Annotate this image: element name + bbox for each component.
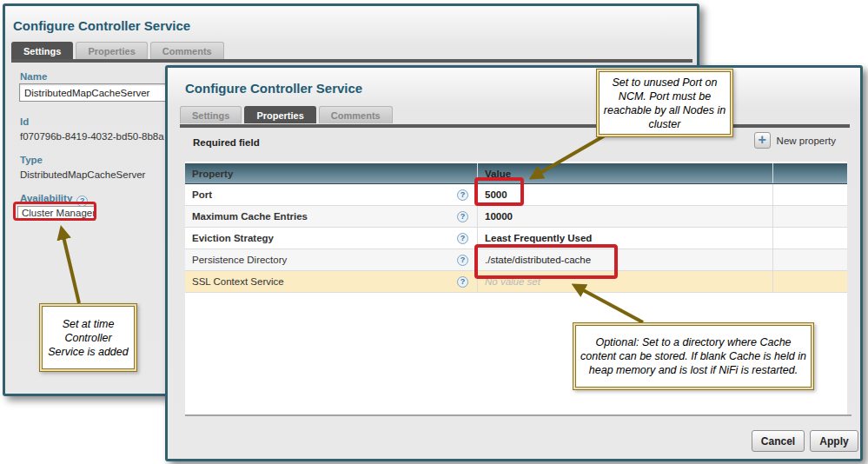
id-label: Id <box>20 116 29 127</box>
properties-table: Property Value Port ? 5000 Maximum Cache… <box>185 163 847 293</box>
table-row-maximum-cache-entries: Maximum Cache Entries ? 10000 <box>185 206 847 228</box>
tab-bar: Settings Properties Comments <box>11 42 224 59</box>
type-label: Type <box>20 155 43 165</box>
required-field-label: Required field <box>193 137 260 148</box>
type-value: DistributedMapCacheServer <box>20 169 145 180</box>
availability-label: Availability? <box>20 193 88 207</box>
tab-underline <box>11 59 692 63</box>
tab-comments[interactable]: Comments <box>150 42 224 59</box>
tab-properties[interactable]: Properties <box>76 42 147 59</box>
dialog-title: Configure Controller Service <box>13 18 190 33</box>
property-value[interactable]: No value set <box>478 271 773 292</box>
value-column-header: Value <box>478 163 773 183</box>
callout-persistence-note: Optional: Set to a directory where Cache… <box>573 322 814 390</box>
help-icon[interactable]: ? <box>457 211 468 222</box>
apply-button[interactable]: Apply <box>810 430 858 452</box>
property-name: Port <box>192 184 212 205</box>
plus-icon[interactable]: + <box>754 132 771 149</box>
tab-settings[interactable]: Settings <box>180 106 242 123</box>
callout-port-note: Set to unused Port on NCM. Port must be … <box>596 69 733 137</box>
new-property-label: New property <box>777 136 836 146</box>
table-row-port: Port ? 5000 <box>185 184 847 206</box>
id-value: f070796b-8419-4032-bd50-8b8a <box>20 131 164 142</box>
tab-settings[interactable]: Settings <box>11 42 73 59</box>
name-label: Name <box>20 71 47 82</box>
tab-properties[interactable]: Properties <box>244 106 315 123</box>
help-icon[interactable]: ? <box>457 233 468 244</box>
property-name: SSL Context Service <box>192 271 284 292</box>
help-icon[interactable]: ? <box>457 255 468 266</box>
property-value[interactable]: 10000 <box>478 206 773 227</box>
tab-underline <box>180 124 850 128</box>
property-value[interactable]: 5000 <box>478 184 773 205</box>
configure-controller-service-dialog-properties: Configure Controller Service Settings Pr… <box>165 65 863 461</box>
table-row-eviction-strategy: Eviction Strategy ? Least Frequently Use… <box>185 228 847 249</box>
help-icon[interactable]: ? <box>457 189 468 201</box>
callout-availability-note: Set at time Controller Service is added <box>39 303 137 372</box>
help-icon[interactable]: ? <box>457 276 468 288</box>
property-column-header: Property <box>185 163 478 183</box>
dialog-title: Configure Controller Service <box>185 81 362 96</box>
availability-value: Cluster Manager <box>17 206 96 221</box>
tab-comments[interactable]: Comments <box>319 106 393 123</box>
table-row-persistence-directory: Persistence Directory ? ./state/distribu… <box>185 249 847 271</box>
tab-bar: Settings Properties Comments <box>180 106 393 123</box>
property-value[interactable]: ./state/distributed-cache <box>478 249 773 270</box>
property-name: Persistence Directory <box>192 249 287 270</box>
table-header-row: Property Value <box>185 163 847 184</box>
property-name: Eviction Strategy <box>192 228 274 249</box>
property-name: Maximum Cache Entries <box>192 206 308 227</box>
cancel-button[interactable]: Cancel <box>752 430 805 452</box>
new-property-button[interactable]: + New property <box>754 132 836 149</box>
property-value[interactable]: Least Frequently Used <box>478 228 773 249</box>
table-row-ssl-context-service: SSL Context Service ? No value set <box>185 271 847 293</box>
footer-separator <box>185 414 851 416</box>
